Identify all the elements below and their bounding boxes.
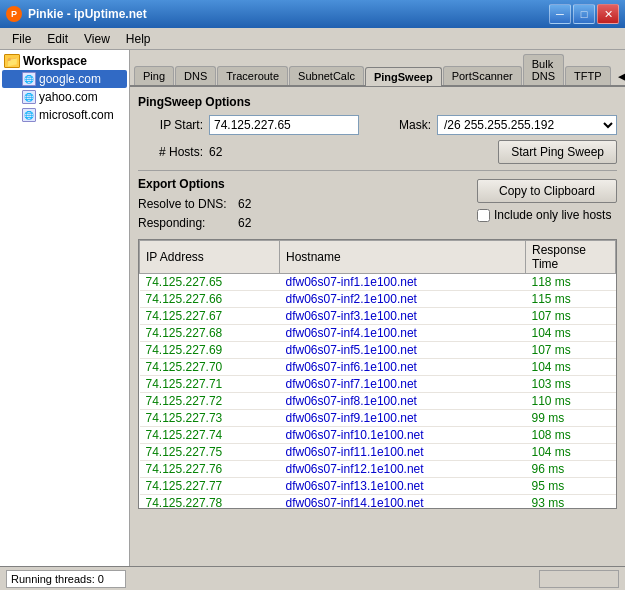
cell-hostname: dfw06s07-inf1.1e100.net (280, 274, 526, 291)
cell-ip: 74.125.227.74 (140, 427, 280, 444)
cell-hostname: dfw06s07-inf14.1e100.net (280, 495, 526, 510)
table-row[interactable]: 74.125.227.73 dfw06s07-inf9.1e100.net 99… (140, 410, 616, 427)
tab-pingsweep[interactable]: PingSweep (365, 67, 442, 86)
cell-hostname: dfw06s07-inf12.1e100.net (280, 461, 526, 478)
sidebar: 📁 Workspace 🌐 google.com🌐 yahoo.com🌐 mic… (0, 50, 130, 566)
close-button[interactable]: ✕ (597, 4, 619, 24)
site-icon: 🌐 (22, 72, 36, 86)
tab-bar: PingDNSTracerouteSubnetCalcPingSweepPort… (130, 50, 625, 87)
sidebar-items: 🌐 google.com🌐 yahoo.com🌐 microsoft.com (2, 70, 127, 124)
divider-1 (138, 170, 617, 171)
table-row[interactable]: 74.125.227.78 dfw06s07-inf14.1e100.net 9… (140, 495, 616, 510)
cell-ip: 74.125.227.72 (140, 393, 280, 410)
ip-start-row: IP Start: Mask: /26 255.255.255.192 (138, 115, 617, 135)
cell-response-time: 107 ms (526, 342, 616, 359)
cell-response-time: 110 ms (526, 393, 616, 410)
site-icon: 🌐 (22, 108, 36, 122)
export-section: Export Options Resolve to DNS: 62 Respon… (138, 177, 617, 235)
sidebar-item-label: microsoft.com (39, 108, 114, 122)
table-row[interactable]: 74.125.227.71 dfw06s07-inf7.1e100.net 10… (140, 376, 616, 393)
title-bar: P Pinkie - ipUptime.net ─ □ ✕ (0, 0, 625, 28)
table-row[interactable]: 74.125.227.67 dfw06s07-inf3.1e100.net 10… (140, 308, 616, 325)
tab-dns[interactable]: DNS (175, 66, 216, 85)
folder-icon: 📁 (4, 54, 20, 68)
cell-hostname: dfw06s07-inf13.1e100.net (280, 478, 526, 495)
tab-scroll-left[interactable]: ◀ (614, 68, 625, 85)
tab-traceroute[interactable]: Traceroute (217, 66, 288, 85)
cell-hostname: dfw06s07-inf7.1e100.net (280, 376, 526, 393)
table-row[interactable]: 74.125.227.65 dfw06s07-inf1.1e100.net 11… (140, 274, 616, 291)
cell-ip: 74.125.227.65 (140, 274, 280, 291)
table-header-row: IP AddressHostnameResponse Time (140, 241, 616, 274)
resolve-dns-label: Resolve to DNS: (138, 197, 238, 211)
copy-clipboard-button[interactable]: Copy to Clipboard (477, 179, 617, 203)
hosts-label: # Hosts: (138, 145, 203, 159)
cell-response-time: 103 ms (526, 376, 616, 393)
cell-ip: 74.125.227.67 (140, 308, 280, 325)
results-table: IP AddressHostnameResponse Time 74.125.2… (139, 240, 616, 509)
workspace-root[interactable]: 📁 Workspace (2, 52, 127, 70)
cell-response-time: 95 ms (526, 478, 616, 495)
table-row[interactable]: 74.125.227.72 dfw06s07-inf8.1e100.net 11… (140, 393, 616, 410)
cell-hostname: dfw06s07-inf6.1e100.net (280, 359, 526, 376)
status-scrollbar[interactable] (539, 570, 619, 588)
cell-hostname: dfw06s07-inf5.1e100.net (280, 342, 526, 359)
minimize-button[interactable]: ─ (549, 4, 571, 24)
cell-ip: 74.125.227.68 (140, 325, 280, 342)
cell-response-time: 118 ms (526, 274, 616, 291)
table-row[interactable]: 74.125.227.70 dfw06s07-inf6.1e100.net 10… (140, 359, 616, 376)
main-layout: 📁 Workspace 🌐 google.com🌐 yahoo.com🌐 mic… (0, 50, 625, 566)
table-row[interactable]: 74.125.227.76 dfw06s07-inf12.1e100.net 9… (140, 461, 616, 478)
table-body: 74.125.227.65 dfw06s07-inf1.1e100.net 11… (140, 274, 616, 510)
include-live-checkbox[interactable] (477, 209, 490, 222)
resolve-dns-row: Resolve to DNS: 62 (138, 197, 457, 211)
cell-response-time: 115 ms (526, 291, 616, 308)
cell-ip: 74.125.227.77 (140, 478, 280, 495)
cell-response-time: 107 ms (526, 308, 616, 325)
include-live-label: Include only live hosts (494, 208, 611, 222)
table-row[interactable]: 74.125.227.66 dfw06s07-inf2.1e100.net 11… (140, 291, 616, 308)
tab-bulk-dns[interactable]: Bulk DNS (523, 54, 564, 85)
status-text: Running threads: 0 (6, 570, 126, 588)
mask-label: Mask: (399, 118, 431, 132)
tab-portscanner[interactable]: PortScanner (443, 66, 522, 85)
section-title-pingsweep: PingSweep Options (138, 95, 617, 109)
cell-ip: 74.125.227.75 (140, 444, 280, 461)
cell-response-time: 104 ms (526, 444, 616, 461)
tab-tftp[interactable]: TFTP (565, 66, 611, 85)
table-row[interactable]: 74.125.227.74 dfw06s07-inf10.1e100.net 1… (140, 427, 616, 444)
cell-ip: 74.125.227.76 (140, 461, 280, 478)
sidebar-item-google-com[interactable]: 🌐 google.com (2, 70, 127, 88)
sidebar-item-microsoft-com[interactable]: 🌐 microsoft.com (2, 106, 127, 124)
menu-bar: FileEditViewHelp (0, 28, 625, 50)
cell-response-time: 104 ms (526, 359, 616, 376)
workspace-label: Workspace (23, 54, 87, 68)
maximize-button[interactable]: □ (573, 4, 595, 24)
sidebar-item-yahoo-com[interactable]: 🌐 yahoo.com (2, 88, 127, 106)
ip-start-input[interactable] (209, 115, 359, 135)
menu-item-edit[interactable]: Edit (39, 30, 76, 48)
status-bar: Running threads: 0 (0, 566, 625, 590)
table-row[interactable]: 74.125.227.68 dfw06s07-inf4.1e100.net 10… (140, 325, 616, 342)
cell-ip: 74.125.227.71 (140, 376, 280, 393)
menu-item-help[interactable]: Help (118, 30, 159, 48)
tab-ping[interactable]: Ping (134, 66, 174, 85)
table-row[interactable]: 74.125.227.77 dfw06s07-inf13.1e100.net 9… (140, 478, 616, 495)
table-row[interactable]: 74.125.227.75 dfw06s07-inf11.1e100.net 1… (140, 444, 616, 461)
app-icon: P (6, 6, 22, 22)
table-header: IP AddressHostnameResponse Time (140, 241, 616, 274)
cell-response-time: 93 ms (526, 495, 616, 510)
resolve-dns-value: 62 (238, 197, 251, 211)
start-sweep-button[interactable]: Start Ping Sweep (498, 140, 617, 164)
cell-ip: 74.125.227.69 (140, 342, 280, 359)
include-live-row: Include only live hosts (477, 208, 611, 222)
table-row[interactable]: 74.125.227.69 dfw06s07-inf5.1e100.net 10… (140, 342, 616, 359)
mask-select[interactable]: /26 255.255.255.192 (437, 115, 617, 135)
site-icon: 🌐 (22, 90, 36, 104)
col-header-response-time: Response Time (526, 241, 616, 274)
menu-item-view[interactable]: View (76, 30, 118, 48)
tab-subnetcalc[interactable]: SubnetCalc (289, 66, 364, 85)
sidebar-item-label: yahoo.com (39, 90, 98, 104)
menu-item-file[interactable]: File (4, 30, 39, 48)
cell-hostname: dfw06s07-inf4.1e100.net (280, 325, 526, 342)
